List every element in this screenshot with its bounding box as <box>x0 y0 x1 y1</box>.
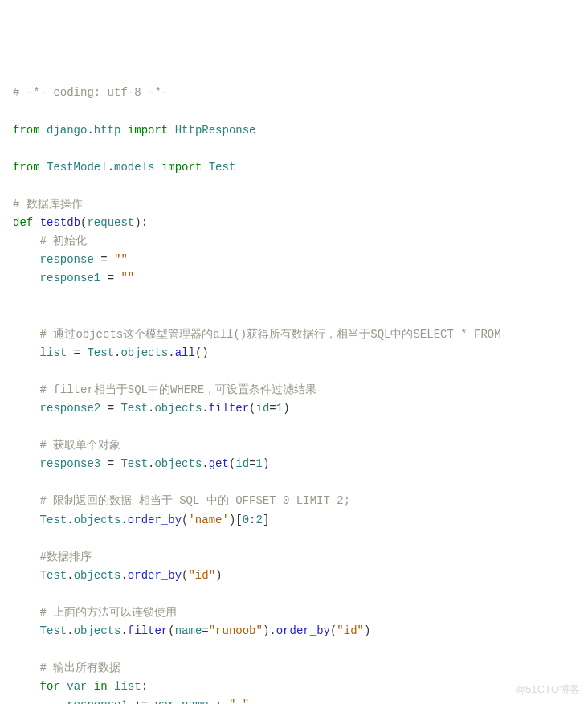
identifier: Test <box>40 569 67 582</box>
dot: . <box>87 124 93 137</box>
method: order_by <box>276 624 330 637</box>
identifier: objects <box>74 624 121 637</box>
eq: = <box>269 402 276 415</box>
method: order_by <box>128 514 182 526</box>
dot: . <box>202 402 208 415</box>
string: 'name' <box>188 514 228 526</box>
comment: # 获取单个对象 <box>40 439 121 452</box>
assign: = <box>67 346 87 359</box>
keyword-from: from <box>13 124 40 137</box>
paren: ) <box>215 569 222 582</box>
identifier: objects <box>154 457 202 470</box>
keyword-in: in <box>94 680 108 693</box>
assign: = <box>100 272 120 284</box>
eq: = <box>249 457 255 470</box>
method: all <box>175 346 195 359</box>
identifier: var <box>67 680 87 693</box>
plus-assign: += <box>128 698 155 704</box>
identifier: var <box>154 698 174 704</box>
keyword-import: import <box>128 124 168 137</box>
param: request <box>87 216 134 229</box>
colon: : <box>141 680 148 693</box>
dot: . <box>67 624 73 637</box>
identifier: objects <box>74 569 121 582</box>
dot: . <box>120 624 127 637</box>
paren: ): <box>134 216 148 229</box>
method: get <box>209 457 229 470</box>
identifier: response1 <box>40 272 101 284</box>
string: "id" <box>188 569 215 582</box>
comment: # 输出所有数据 <box>40 661 121 674</box>
paren: () <box>195 346 209 359</box>
string: "" <box>120 272 134 284</box>
dot: . <box>202 457 208 470</box>
identifier: objects <box>74 514 121 526</box>
identifier: Test <box>120 457 148 470</box>
comment: # 初始化 <box>40 235 88 248</box>
identifier: Test <box>209 161 236 174</box>
number: 1 <box>276 402 283 415</box>
identifier: HttpResponse <box>175 124 256 137</box>
dot: . <box>120 514 127 526</box>
module: TestModel <box>47 161 108 174</box>
module: models <box>114 161 154 174</box>
bracket: )[ <box>229 514 243 526</box>
method: filter <box>209 402 249 415</box>
comment: # filter相当于SQL中的WHERE，可设置条件过滤结果 <box>40 383 316 396</box>
identifier: response <box>40 253 94 266</box>
assign: = <box>100 457 120 470</box>
plus: + <box>209 698 229 704</box>
method: order_by <box>128 569 182 582</box>
paren: ( <box>168 624 174 637</box>
identifier: response2 <box>40 402 101 415</box>
comment: # 上面的方法可以连锁使用 <box>40 606 178 619</box>
colon: : <box>249 514 255 526</box>
number: 0 <box>243 514 249 526</box>
string: " " <box>229 698 249 704</box>
keyword-import: import <box>161 161 202 174</box>
bracket: ] <box>263 514 269 526</box>
keyword-for: for <box>40 680 60 693</box>
identifier: Test <box>40 624 67 637</box>
string: "" <box>114 253 128 266</box>
comment: # -*- coding: utf-8 -*- <box>13 86 168 99</box>
identifier: objects <box>120 346 168 359</box>
dot: . <box>168 346 174 359</box>
comment: # 通过objects这个模型管理器的all()获得所有数据行，相当于SQL中的… <box>40 328 501 341</box>
assign: = <box>100 402 120 415</box>
identifier: list <box>40 346 67 359</box>
code-block: # -*- coding: utf-8 -*- from django.http… <box>13 84 575 704</box>
kwarg: name <box>175 624 202 637</box>
method: filter <box>128 624 168 637</box>
paren: ( <box>249 402 255 415</box>
comment: #数据排序 <box>40 551 92 563</box>
function-name: testdb <box>40 216 80 229</box>
number: 1 <box>256 457 263 470</box>
identifier: Test <box>120 402 148 415</box>
identifier: response1 <box>67 698 128 704</box>
dot: . <box>175 698 182 704</box>
identifier: objects <box>154 402 202 415</box>
kwarg: id <box>256 402 270 415</box>
paren: ) <box>283 402 289 415</box>
comment: # 限制返回的数据 相当于 SQL 中的 OFFSET 0 LIMIT 2; <box>40 494 350 507</box>
identifier: Test <box>87 346 114 359</box>
identifier: list <box>114 680 141 693</box>
keyword-from: from <box>13 161 40 174</box>
module: django <box>47 124 87 137</box>
string: "id" <box>337 624 364 637</box>
paren: ) <box>364 624 370 637</box>
assign: = <box>94 253 114 266</box>
identifier: Test <box>40 514 67 526</box>
kwarg: id <box>235 457 249 470</box>
dot: . <box>67 514 73 526</box>
dot: . <box>120 569 127 582</box>
identifier: response3 <box>40 457 101 470</box>
watermark: @51CTO博客 <box>515 681 580 698</box>
attr: name <box>182 698 209 704</box>
paren-dot: ). <box>263 624 276 637</box>
string: "runoob" <box>209 624 263 637</box>
eq: = <box>202 624 208 637</box>
dot: . <box>67 569 73 582</box>
comment: # 数据库操作 <box>13 198 83 211</box>
